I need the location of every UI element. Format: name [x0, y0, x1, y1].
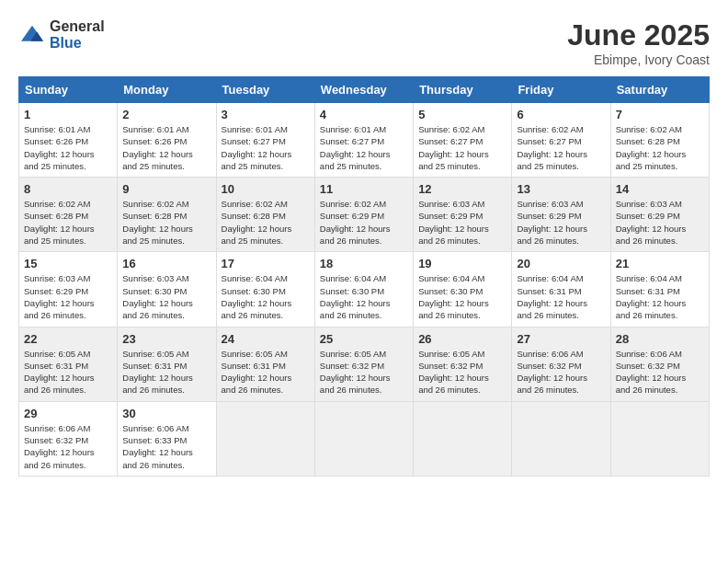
day-info: Sunrise: 6:03 AM Sunset: 6:29 PM Dayligh…: [24, 272, 112, 321]
calendar-cell: 8Sunrise: 6:02 AM Sunset: 6:28 PM Daylig…: [19, 178, 118, 252]
day-number: 10: [222, 182, 310, 196]
weekday-header-thursday: Thursday: [414, 77, 512, 103]
day-info: Sunrise: 6:01 AM Sunset: 6:27 PM Dayligh…: [320, 123, 408, 172]
weekday-header-tuesday: Tuesday: [216, 77, 314, 103]
weekday-header-row: SundayMondayTuesdayWednesdayThursdayFrid…: [19, 77, 710, 103]
weekday-header-sunday: Sunday: [19, 77, 118, 103]
calendar-cell: 10Sunrise: 6:02 AM Sunset: 6:28 PM Dayli…: [216, 178, 314, 252]
calendar-cell: 9Sunrise: 6:02 AM Sunset: 6:28 PM Daylig…: [118, 178, 216, 252]
calendar-cell: 20Sunrise: 6:04 AM Sunset: 6:31 PM Dayli…: [512, 252, 610, 327]
calendar-cell: [216, 401, 314, 476]
day-info: Sunrise: 6:06 AM Sunset: 6:32 PM Dayligh…: [24, 422, 112, 471]
calendar-table: SundayMondayTuesdayWednesdayThursdayFrid…: [18, 76, 710, 477]
day-info: Sunrise: 6:03 AM Sunset: 6:29 PM Dayligh…: [616, 198, 704, 247]
day-number: 23: [122, 332, 210, 346]
day-info: Sunrise: 6:04 AM Sunset: 6:30 PM Dayligh…: [320, 272, 408, 321]
logo-blue-text: Blue: [50, 35, 82, 51]
logo-icon: [18, 24, 46, 46]
day-number: 13: [517, 182, 605, 196]
weekday-header-monday: Monday: [118, 77, 216, 103]
calendar-week-row-4: 22Sunrise: 6:05 AM Sunset: 6:31 PM Dayli…: [19, 327, 710, 401]
day-number: 4: [320, 108, 408, 121]
day-number: 16: [122, 257, 210, 270]
day-info: Sunrise: 6:04 AM Sunset: 6:31 PM Dayligh…: [517, 272, 605, 321]
day-info: Sunrise: 6:02 AM Sunset: 6:28 PM Dayligh…: [122, 198, 210, 247]
day-info: Sunrise: 6:06 AM Sunset: 6:32 PM Dayligh…: [517, 348, 605, 396]
day-number: 29: [24, 407, 112, 420]
weekday-header-wednesday: Wednesday: [314, 77, 413, 103]
location-title: Ebimpe, Ivory Coast: [567, 52, 710, 67]
day-number: 6: [517, 108, 605, 121]
day-info: Sunrise: 6:02 AM Sunset: 6:28 PM Dayligh…: [222, 198, 310, 247]
day-info: Sunrise: 6:04 AM Sunset: 6:30 PM Dayligh…: [222, 272, 310, 321]
day-info: Sunrise: 6:05 AM Sunset: 6:32 PM Dayligh…: [320, 348, 408, 396]
day-number: 5: [418, 108, 506, 121]
calendar-cell: 26Sunrise: 6:05 AM Sunset: 6:32 PM Dayli…: [414, 327, 512, 401]
day-info: Sunrise: 6:05 AM Sunset: 6:31 PM Dayligh…: [222, 348, 310, 396]
day-number: 27: [517, 332, 605, 346]
day-info: Sunrise: 6:03 AM Sunset: 6:29 PM Dayligh…: [517, 198, 605, 247]
day-info: Sunrise: 6:05 AM Sunset: 6:31 PM Dayligh…: [24, 348, 112, 396]
calendar-cell: 7Sunrise: 6:02 AM Sunset: 6:28 PM Daylig…: [610, 103, 709, 178]
day-info: Sunrise: 6:02 AM Sunset: 6:27 PM Dayligh…: [418, 123, 506, 172]
title-area: June 2025 Ebimpe, Ivory Coast: [567, 18, 710, 67]
calendar-cell: [610, 401, 709, 476]
calendar-cell: 29Sunrise: 6:06 AM Sunset: 6:32 PM Dayli…: [19, 401, 118, 476]
day-number: 9: [122, 182, 210, 196]
day-number: 18: [320, 257, 408, 270]
day-info: Sunrise: 6:02 AM Sunset: 6:29 PM Dayligh…: [320, 198, 408, 247]
calendar-cell: 13Sunrise: 6:03 AM Sunset: 6:29 PM Dayli…: [512, 178, 610, 252]
calendar-cell: 30Sunrise: 6:06 AM Sunset: 6:33 PM Dayli…: [118, 401, 216, 476]
calendar-cell: 16Sunrise: 6:03 AM Sunset: 6:30 PM Dayli…: [118, 252, 216, 327]
day-info: Sunrise: 6:02 AM Sunset: 6:28 PM Dayligh…: [616, 123, 704, 172]
calendar-week-row-3: 15Sunrise: 6:03 AM Sunset: 6:29 PM Dayli…: [19, 252, 710, 327]
day-info: Sunrise: 6:02 AM Sunset: 6:27 PM Dayligh…: [517, 123, 605, 172]
calendar-cell: 19Sunrise: 6:04 AM Sunset: 6:30 PM Dayli…: [414, 252, 512, 327]
calendar-cell: 22Sunrise: 6:05 AM Sunset: 6:31 PM Dayli…: [19, 327, 118, 401]
page-header: General Blue June 2025 Ebimpe, Ivory Coa…: [18, 18, 710, 67]
calendar-week-row-2: 8Sunrise: 6:02 AM Sunset: 6:28 PM Daylig…: [19, 178, 710, 252]
day-info: Sunrise: 6:01 AM Sunset: 6:27 PM Dayligh…: [222, 123, 310, 172]
day-number: 3: [222, 108, 310, 121]
day-number: 21: [616, 257, 704, 270]
day-info: Sunrise: 6:03 AM Sunset: 6:30 PM Dayligh…: [122, 272, 210, 321]
day-info: Sunrise: 6:02 AM Sunset: 6:28 PM Dayligh…: [24, 198, 112, 247]
calendar-cell: 2Sunrise: 6:01 AM Sunset: 6:26 PM Daylig…: [118, 103, 216, 178]
day-info: Sunrise: 6:06 AM Sunset: 6:32 PM Dayligh…: [616, 348, 704, 396]
day-number: 30: [122, 407, 210, 420]
day-number: 28: [616, 332, 704, 346]
day-number: 26: [418, 332, 506, 346]
calendar-cell: [512, 401, 610, 476]
logo-general-text: General: [50, 18, 105, 34]
calendar-cell: 11Sunrise: 6:02 AM Sunset: 6:29 PM Dayli…: [314, 178, 413, 252]
day-info: Sunrise: 6:01 AM Sunset: 6:26 PM Dayligh…: [122, 123, 210, 172]
day-info: Sunrise: 6:05 AM Sunset: 6:31 PM Dayligh…: [122, 348, 210, 396]
day-number: 15: [24, 257, 112, 270]
day-number: 11: [320, 182, 408, 196]
weekday-header-friday: Friday: [512, 77, 610, 103]
day-number: 14: [616, 182, 704, 196]
day-info: Sunrise: 6:06 AM Sunset: 6:33 PM Dayligh…: [122, 422, 210, 471]
calendar-cell: 5Sunrise: 6:02 AM Sunset: 6:27 PM Daylig…: [414, 103, 512, 178]
logo: General Blue: [18, 18, 105, 52]
calendar-cell: 4Sunrise: 6:01 AM Sunset: 6:27 PM Daylig…: [314, 103, 413, 178]
calendar-cell: 17Sunrise: 6:04 AM Sunset: 6:30 PM Dayli…: [216, 252, 314, 327]
weekday-header-saturday: Saturday: [610, 77, 709, 103]
calendar-cell: 24Sunrise: 6:05 AM Sunset: 6:31 PM Dayli…: [216, 327, 314, 401]
calendar-cell: 18Sunrise: 6:04 AM Sunset: 6:30 PM Dayli…: [314, 252, 413, 327]
day-number: 7: [616, 108, 704, 121]
calendar-cell: 12Sunrise: 6:03 AM Sunset: 6:29 PM Dayli…: [414, 178, 512, 252]
calendar-cell: 14Sunrise: 6:03 AM Sunset: 6:29 PM Dayli…: [610, 178, 709, 252]
day-info: Sunrise: 6:04 AM Sunset: 6:31 PM Dayligh…: [616, 272, 704, 321]
calendar-cell: 23Sunrise: 6:05 AM Sunset: 6:31 PM Dayli…: [118, 327, 216, 401]
day-info: Sunrise: 6:04 AM Sunset: 6:30 PM Dayligh…: [418, 272, 506, 321]
calendar-week-row-5: 29Sunrise: 6:06 AM Sunset: 6:32 PM Dayli…: [19, 401, 710, 476]
day-number: 17: [222, 257, 310, 270]
calendar-cell: 15Sunrise: 6:03 AM Sunset: 6:29 PM Dayli…: [19, 252, 118, 327]
calendar-week-row-1: 1Sunrise: 6:01 AM Sunset: 6:26 PM Daylig…: [19, 103, 710, 178]
day-info: Sunrise: 6:01 AM Sunset: 6:26 PM Dayligh…: [24, 123, 112, 172]
calendar-cell: [414, 401, 512, 476]
calendar-cell: 28Sunrise: 6:06 AM Sunset: 6:32 PM Dayli…: [610, 327, 709, 401]
day-number: 20: [517, 257, 605, 270]
calendar-cell: 6Sunrise: 6:02 AM Sunset: 6:27 PM Daylig…: [512, 103, 610, 178]
